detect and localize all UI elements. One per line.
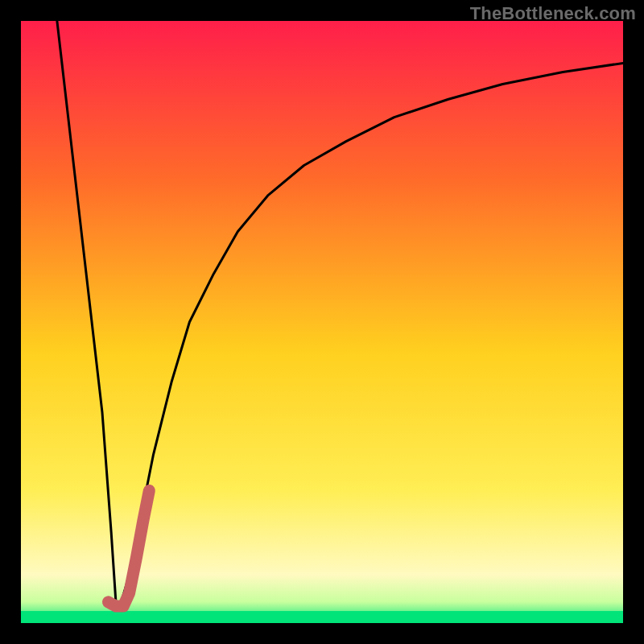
green-band (21, 611, 623, 623)
watermark-text: TheBottleneck.com (470, 3, 636, 24)
plot-area (21, 21, 623, 623)
plot-svg (21, 21, 623, 623)
chart-frame: TheBottleneck.com (0, 0, 644, 644)
